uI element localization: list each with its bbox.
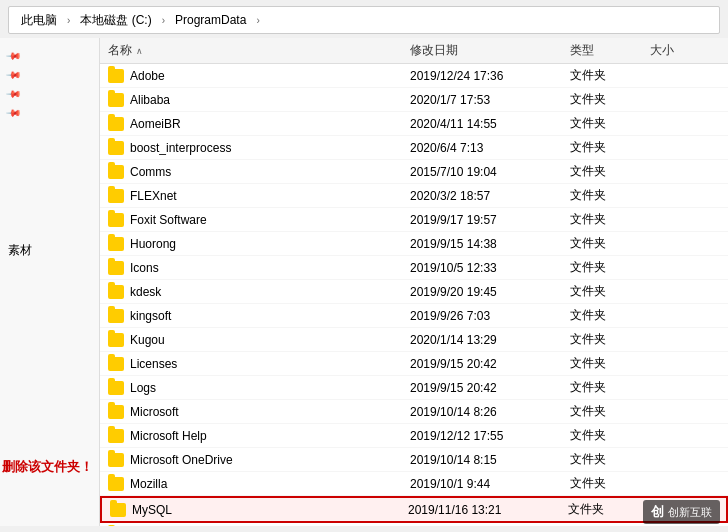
file-date-cell: 2019/9/26 7:03 bbox=[410, 309, 570, 323]
folder-icon bbox=[108, 93, 124, 107]
file-name-cell: Kugou bbox=[108, 333, 410, 347]
col-date[interactable]: 修改日期 bbox=[410, 42, 570, 59]
file-name-cell: Microsoft OneDrive bbox=[108, 453, 410, 467]
file-date-cell: 2019/10/1 9:44 bbox=[410, 477, 570, 491]
table-row[interactable]: Microsoft 2019/10/14 8:26 文件夹 bbox=[100, 400, 728, 424]
red-annotation: 删除该文件夹！ bbox=[2, 458, 93, 476]
folder-icon bbox=[108, 309, 124, 323]
file-date-cell: 2020/1/14 13:29 bbox=[410, 333, 570, 347]
table-row[interactable]: kdesk 2019/9/20 19:45 文件夹 bbox=[100, 280, 728, 304]
col-size[interactable]: 大小 bbox=[650, 42, 720, 59]
file-type-cell: 文件夹 bbox=[570, 187, 650, 204]
table-row[interactable]: Huorong 2019/9/15 14:38 文件夹 bbox=[100, 232, 728, 256]
column-headers: 名称 ∧ 修改日期 类型 大小 bbox=[100, 38, 728, 64]
table-row[interactable]: Logs 2019/9/15 20:42 文件夹 bbox=[100, 376, 728, 400]
table-row[interactable]: kingsoft 2019/9/26 7:03 文件夹 bbox=[100, 304, 728, 328]
file-name-text: Kugou bbox=[130, 333, 165, 347]
folder-icon bbox=[108, 453, 124, 467]
file-name-text: Adobe bbox=[130, 69, 165, 83]
sidebar-pin-2[interactable]: 📌 bbox=[0, 65, 99, 84]
file-name-text: Logs bbox=[130, 381, 156, 395]
file-name-cell: Foxit Software bbox=[108, 213, 410, 227]
breadcrumb-arrow-3: › bbox=[252, 13, 263, 28]
breadcrumb-programdata[interactable]: ProgramData › bbox=[171, 11, 266, 29]
col-type[interactable]: 类型 bbox=[570, 42, 650, 59]
table-row[interactable]: FLEXnet 2020/3/2 18:57 文件夹 bbox=[100, 184, 728, 208]
table-row[interactable]: Kugou 2020/1/14 13:29 文件夹 bbox=[100, 328, 728, 352]
table-row[interactable]: Microsoft Help 2019/12/12 17:55 文件夹 bbox=[100, 424, 728, 448]
file-name-cell: kdesk bbox=[108, 285, 410, 299]
table-row[interactable]: AomeiBR 2020/4/11 14:55 文件夹 bbox=[100, 112, 728, 136]
sidebar-pin-4[interactable]: 📌 bbox=[0, 103, 99, 122]
col-name[interactable]: 名称 ∧ bbox=[108, 42, 410, 59]
file-type-cell: 文件夹 bbox=[570, 355, 650, 372]
breadcrumb-pc[interactable]: 此电脑 › bbox=[17, 10, 76, 31]
file-date-cell: 2020/3/2 18:57 bbox=[410, 189, 570, 203]
table-row[interactable]: Foxit Software 2019/9/17 19:57 文件夹 bbox=[100, 208, 728, 232]
table-row[interactable]: Mozilla 2019/10/1 9:44 文件夹 bbox=[100, 472, 728, 496]
sidebar: 📌 📌 📌 📌 素材 bbox=[0, 38, 100, 526]
file-type-cell: 文件夹 bbox=[570, 331, 650, 348]
file-name-text: Microsoft OneDrive bbox=[130, 453, 233, 467]
file-name-text: Foxit Software bbox=[130, 213, 207, 227]
folder-icon bbox=[108, 477, 124, 491]
table-row[interactable]: Microsoft OneDrive 2019/10/14 8:15 文件夹 bbox=[100, 448, 728, 472]
file-name-text: MySQL bbox=[132, 503, 172, 517]
table-row[interactable]: Icons 2019/10/5 12:33 文件夹 bbox=[100, 256, 728, 280]
watermark: 创 创新互联 bbox=[643, 500, 720, 524]
file-name-cell: kingsoft bbox=[108, 309, 410, 323]
file-type-cell: 文件夹 bbox=[570, 475, 650, 492]
file-type-cell: 文件夹 bbox=[570, 211, 650, 228]
file-type-cell: 文件夹 bbox=[570, 259, 650, 276]
file-type-cell: 文件夹 bbox=[570, 307, 650, 324]
file-date-cell: 2019/12/12 17:55 bbox=[410, 429, 570, 443]
file-name-cell: Huorong bbox=[108, 237, 410, 251]
file-type-cell: 文件夹 bbox=[570, 235, 650, 252]
file-type-cell: 文件夹 bbox=[570, 403, 650, 420]
table-row[interactable]: boost_interprocess 2020/6/4 7:13 文件夹 bbox=[100, 136, 728, 160]
pin-icon-4: 📌 bbox=[6, 104, 22, 120]
folder-icon bbox=[108, 237, 124, 251]
folder-icon bbox=[108, 69, 124, 83]
table-row[interactable]: Licenses 2019/9/15 20:42 文件夹 bbox=[100, 352, 728, 376]
file-date-cell: 2020/6/4 7:13 bbox=[410, 141, 570, 155]
folder-icon bbox=[108, 261, 124, 275]
table-row[interactable]: NetSarang 2019/9/16 18:40 文件夹 bbox=[100, 523, 728, 526]
file-name-cell: Adobe bbox=[108, 69, 410, 83]
file-name-cell: Microsoft Help bbox=[108, 429, 410, 443]
file-name-cell: MySQL bbox=[110, 503, 408, 517]
file-name-text: Alibaba bbox=[130, 93, 170, 107]
file-name-cell: Licenses bbox=[108, 357, 410, 371]
sidebar-pin-3[interactable]: 📌 bbox=[0, 84, 99, 103]
file-name-cell: boost_interprocess bbox=[108, 141, 410, 155]
file-date-cell: 2019/10/14 8:15 bbox=[410, 453, 570, 467]
sort-arrow-name: ∧ bbox=[136, 46, 143, 56]
file-date-cell: 2020/4/11 14:55 bbox=[410, 117, 570, 131]
file-name-cell: AomeiBR bbox=[108, 117, 410, 131]
sidebar-material-label: 素材 bbox=[0, 242, 32, 259]
folder-icon bbox=[108, 141, 124, 155]
table-row[interactable]: MySQL 2019/11/16 13:21 文件夹 bbox=[100, 496, 728, 523]
file-date-cell: 2019/10/5 12:33 bbox=[410, 261, 570, 275]
file-type-cell: 文件夹 bbox=[568, 501, 648, 518]
folder-icon bbox=[108, 117, 124, 131]
file-name-cell: Comms bbox=[108, 165, 410, 179]
file-name-text: Icons bbox=[130, 261, 159, 275]
file-name-cell: Alibaba bbox=[108, 93, 410, 107]
file-name-text: Huorong bbox=[130, 237, 176, 251]
file-date-cell: 2020/1/7 17:53 bbox=[410, 93, 570, 107]
sidebar-pin-1[interactable]: 📌 bbox=[0, 46, 99, 65]
folder-icon bbox=[108, 333, 124, 347]
pin-icon-3: 📌 bbox=[6, 85, 22, 101]
table-row[interactable]: Adobe 2019/12/24 17:36 文件夹 bbox=[100, 64, 728, 88]
breadcrumb-c[interactable]: 本地磁盘 (C:) › bbox=[76, 10, 171, 31]
address-bar[interactable]: 此电脑 › 本地磁盘 (C:) › ProgramData › bbox=[8, 6, 720, 34]
table-row[interactable]: Alibaba 2020/1/7 17:53 文件夹 bbox=[100, 88, 728, 112]
table-row[interactable]: Comms 2015/7/10 19:04 文件夹 bbox=[100, 160, 728, 184]
file-type-cell: 文件夹 bbox=[570, 139, 650, 156]
folder-icon bbox=[108, 165, 124, 179]
pin-icon-2: 📌 bbox=[6, 66, 22, 82]
folder-icon bbox=[108, 405, 124, 419]
folder-icon bbox=[110, 503, 126, 517]
file-type-cell: 文件夹 bbox=[570, 67, 650, 84]
